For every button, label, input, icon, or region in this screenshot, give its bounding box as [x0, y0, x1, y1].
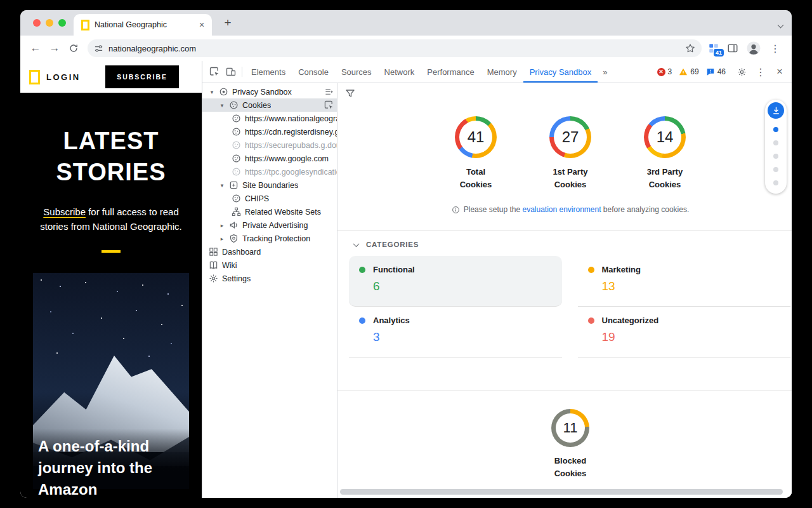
login-link[interactable]: LOGIN [46, 72, 81, 82]
tab-sources[interactable]: Sources [335, 61, 378, 83]
browser-tab[interactable]: National Geographic × [74, 14, 212, 36]
devtools-toolbar: Elements Console Sources Network Perform… [202, 61, 792, 83]
tree-item-origin[interactable]: https://cdn.registerdisney.go.com [202, 125, 337, 138]
forward-button[interactable]: → [46, 39, 63, 57]
nav-dot[interactable] [773, 180, 778, 185]
tab-memory[interactable]: Memory [481, 61, 523, 83]
story-caption[interactable]: A one-of-a-kind journey into the Amazon [38, 436, 189, 498]
collapse-chevron-icon[interactable] [353, 241, 360, 247]
site-info-icon[interactable] [94, 44, 103, 53]
page-title: LATEST STORIES [20, 126, 202, 188]
cookie-origin-icon [232, 154, 241, 163]
category-functional[interactable]: Functional 6 [349, 256, 562, 307]
section-divider [337, 391, 792, 391]
tree-item-tracking-protection[interactable]: ▸ Tracking Protection [202, 232, 337, 245]
subscribe-button[interactable]: SUBSCRIBE [105, 65, 179, 88]
natgeo-page: LOGIN SUBSCRIBE LATEST STORIES Subscribe… [20, 61, 202, 498]
subscribe-text-link[interactable]: Subscribe [43, 206, 86, 217]
tree-item-site-boundaries[interactable]: ▾ Site Boundaries [202, 178, 337, 192]
expander-icon[interactable]: ▸ [219, 222, 225, 229]
nav-dot-active[interactable] [773, 127, 778, 132]
category-uncategorized[interactable]: Uncategorized 19 [578, 307, 791, 358]
cookie-origin-icon [232, 140, 241, 150]
tree-item-private-advertising[interactable]: ▸ Private Advertising [202, 218, 337, 232]
reload-button[interactable] [65, 39, 82, 57]
tab-elements[interactable]: Elements [245, 61, 292, 83]
tab-privacy-sandbox[interactable]: Privacy Sandbox [523, 61, 598, 83]
errors-badge[interactable]: ✕3 [657, 67, 672, 76]
expander-icon[interactable]: ▸ [219, 236, 225, 242]
devtools-settings-icon[interactable] [733, 64, 750, 80]
minimize-window-button[interactable] [46, 19, 53, 27]
back-button[interactable]: ← [27, 39, 44, 57]
tab-console[interactable]: Console [292, 61, 335, 83]
expander-icon[interactable]: ▾ [219, 182, 225, 189]
download-icon [771, 106, 781, 116]
evaluation-environment-link[interactable]: evaluation environment [522, 205, 601, 214]
devtools-close-icon[interactable]: × [771, 64, 788, 80]
inspect-element-icon[interactable] [206, 64, 223, 80]
tab-performance[interactable]: Performance [421, 61, 480, 83]
first-party-cookies-donut: 27 [549, 116, 591, 158]
tree-item-origin[interactable]: https://securepubads.g.doubleclick.net [202, 138, 337, 152]
error-icon: ✕ [657, 68, 665, 76]
category-analytics[interactable]: Analytics 3 [349, 307, 562, 358]
category-marketing[interactable]: Marketing 13 [578, 256, 791, 307]
tree-item-origin[interactable]: https://www.google.com [202, 152, 337, 165]
new-tab-button[interactable]: + [219, 15, 236, 31]
more-tabs-icon[interactable]: » [598, 67, 612, 77]
tree-item-origin[interactable]: https://www.nationalgeographic.com [202, 112, 337, 125]
functional-dot [359, 267, 365, 273]
device-toolbar-icon[interactable] [223, 64, 239, 80]
privacy-sandbox-extension-button[interactable]: 41 [708, 43, 719, 54]
site-header: LOGIN SUBSCRIBE [20, 61, 202, 93]
section-divider [337, 231, 792, 231]
devtools-menu-icon[interactable]: ⋮ [752, 64, 769, 80]
tab-search-chevron-icon[interactable] [778, 18, 783, 30]
issues-badge[interactable]: 46 [706, 67, 726, 76]
tree-item-related-website-sets[interactable]: Related Website Sets [202, 205, 337, 218]
console-status-badges: ✕3 69 46 [657, 67, 726, 76]
fullscreen-window-button[interactable] [58, 19, 66, 27]
element-picker-icon[interactable] [324, 100, 334, 110]
sitemap-icon [232, 207, 241, 217]
natgeo-logo[interactable] [29, 70, 40, 84]
tree-item-cookies[interactable]: ▾ Cookies [202, 98, 337, 112]
stars-decoration [41, 279, 42, 281]
third-party-cookies-donut: 14 [644, 116, 686, 158]
nav-dot[interactable] [773, 154, 778, 159]
nav-dot[interactable] [773, 140, 778, 145]
tracking-protection-shield-icon [229, 234, 239, 243]
categories-header[interactable]: CATEGORIES [354, 241, 792, 248]
tab-close-icon[interactable]: × [197, 20, 207, 30]
tree-item-wiki[interactable]: Wiki [202, 258, 337, 272]
categories-title: CATEGORIES [366, 241, 419, 248]
close-window-button[interactable] [33, 19, 41, 27]
window-content: LOGIN SUBSCRIBE LATEST STORIES Subscribe… [20, 61, 792, 498]
expander-icon[interactable]: ▾ [209, 89, 215, 95]
window-controls [33, 19, 66, 27]
bookmark-star-icon[interactable] [685, 43, 695, 53]
privacy-sandbox-icon [219, 87, 228, 97]
horizontal-scrollbar[interactable] [340, 489, 783, 495]
warning-icon [679, 67, 688, 76]
tree-item-settings[interactable]: Settings [202, 272, 337, 285]
tab-network[interactable]: Network [378, 61, 421, 83]
uncategorized-dot [588, 318, 594, 324]
tree-item-dashboard[interactable]: Dashboard [202, 245, 337, 258]
warnings-badge[interactable]: 69 [679, 67, 698, 76]
nav-dot[interactable] [773, 167, 778, 172]
profile-avatar[interactable] [746, 41, 761, 56]
tree-item-origin[interactable]: https://tpc.googlesyndication.com [202, 165, 337, 178]
privacy-sandbox-tree: ▾ Privacy Sandbox ▾ Cookies https://www.… [202, 83, 337, 498]
tree-item-privacy-sandbox[interactable]: ▾ Privacy Sandbox [202, 85, 337, 98]
expander-icon[interactable]: ▾ [219, 102, 225, 109]
download-report-button[interactable] [768, 102, 784, 119]
tree-item-chips[interactable]: CHIPS [202, 192, 337, 205]
tab-title: National Geographic [95, 20, 192, 29]
browser-menu-icon[interactable]: ⋮ [769, 43, 782, 55]
filter-icon[interactable] [345, 88, 355, 98]
side-panel-icon[interactable] [727, 43, 738, 54]
collapse-sidebar-icon[interactable] [324, 87, 334, 97]
address-bar[interactable]: nationalgeographic.com [88, 39, 702, 57]
